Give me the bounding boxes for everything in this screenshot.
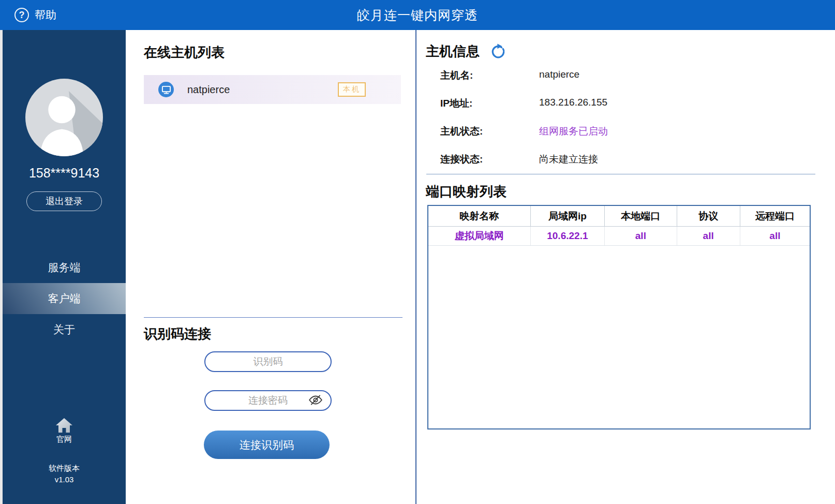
toggle-password-visibility-button[interactable] xyxy=(308,394,323,406)
cell-remote-port: all xyxy=(740,227,810,245)
cell-protocol: all xyxy=(677,227,740,245)
connection-status-value: 尚未建立连接 xyxy=(539,153,598,166)
logout-button[interactable]: 退出登录 xyxy=(26,191,102,211)
monitor-icon xyxy=(158,82,174,97)
cell-lan-ip: 10.6.22.1 xyxy=(531,227,605,245)
header-local-port: 本地端口 xyxy=(605,206,677,226)
user-phone: 158****9143 xyxy=(3,166,126,181)
eye-off-icon xyxy=(308,394,323,406)
top-bar: ? 帮助 皎月连一键内网穿透 xyxy=(0,0,835,30)
host-name: natpierce xyxy=(187,75,230,104)
sidebar-item-about[interactable]: 关于 xyxy=(3,314,126,345)
local-machine-badge: 本机 xyxy=(338,82,366,97)
header-lan-ip: 局域网ip xyxy=(531,206,605,226)
sidebar-item-client[interactable]: 客户端 xyxy=(3,283,126,314)
software-version: 软件版本 v1.03 xyxy=(3,463,126,485)
host-info-title: 主机信息 xyxy=(426,42,480,61)
refresh-button[interactable] xyxy=(490,43,506,59)
hostname-value: natpierce xyxy=(539,69,579,80)
sidebar-item-server[interactable]: 服务端 xyxy=(3,252,126,283)
refresh-icon xyxy=(490,43,506,59)
identification-code-input[interactable] xyxy=(204,351,332,372)
sidebar-menu: 服务端 客户端 关于 xyxy=(3,252,126,345)
header-remote-port: 远程端口 xyxy=(740,206,810,226)
official-website-label: 官网 xyxy=(3,435,126,444)
hostname-label: 主机名: xyxy=(440,69,473,82)
ip-address-label: IP地址: xyxy=(440,97,472,110)
port-mapping-table: 映射名称 局域网ip 本地端口 协议 远程端口 虚拟局域网 10.6.22.1 … xyxy=(427,205,811,429)
host-status-value: 组网服务已启动 xyxy=(539,125,608,138)
header-protocol: 协议 xyxy=(677,206,740,226)
table-row[interactable]: 虚拟局域网 10.6.22.1 all all all xyxy=(428,227,810,246)
official-website-link[interactable]: 官网 xyxy=(3,417,126,444)
online-host-list-title: 在线主机列表 xyxy=(144,43,225,62)
avatar xyxy=(25,79,103,156)
cell-mapping-name: 虚拟局域网 xyxy=(428,227,531,245)
version-label: 软件版本 xyxy=(3,463,126,474)
host-list-item[interactable]: natpierce 本机 xyxy=(144,75,401,104)
cell-local-port: all xyxy=(605,227,677,245)
sidebar: 158****9143 退出登录 服务端 客户端 关于 官网 软件版本 v1.0… xyxy=(3,30,126,504)
header-mapping-name: 映射名称 xyxy=(428,206,531,226)
ip-address-value: 183.216.26.155 xyxy=(539,97,607,108)
section-divider xyxy=(144,317,402,318)
host-status-label: 主机状态: xyxy=(440,125,483,138)
app-title: 皎月连一键内网穿透 xyxy=(0,0,835,30)
connection-status-label: 连接状态: xyxy=(440,153,483,166)
panel-divider xyxy=(415,30,416,504)
id-connect-title: 识别码连接 xyxy=(144,325,211,343)
port-mapping-title: 端口映射列表 xyxy=(426,183,506,201)
section-divider xyxy=(426,174,815,174)
version-number: v1.03 xyxy=(3,474,126,485)
connect-id-button[interactable]: 连接识别码 xyxy=(204,431,330,459)
home-icon xyxy=(55,417,73,434)
table-header-row: 映射名称 局域网ip 本地端口 协议 远程端口 xyxy=(428,206,810,227)
